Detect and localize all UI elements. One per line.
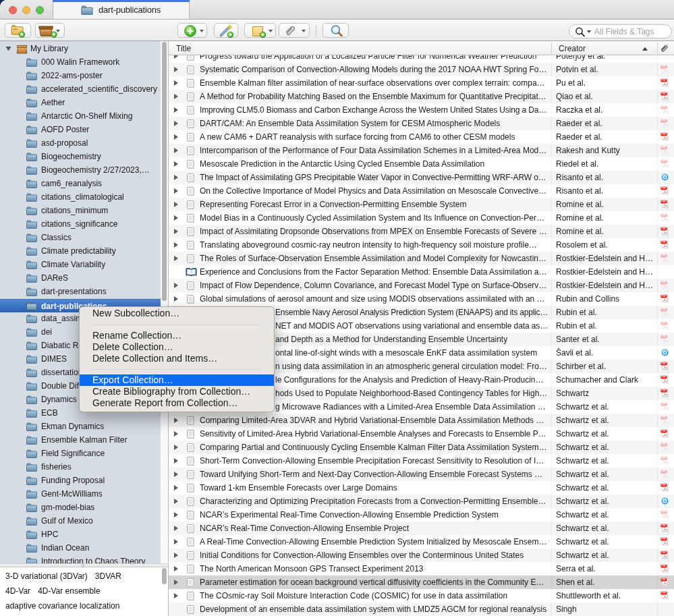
svg-text:PDF: PDF: [662, 551, 667, 554]
svg-text:PDF: PDF: [662, 511, 667, 513]
svg-text:PDF: PDF: [662, 389, 667, 392]
svg-text:PDF: PDF: [662, 295, 667, 298]
svg-text:PDF: PDF: [662, 106, 667, 109]
svg-text:PDF: PDF: [662, 457, 667, 459]
svg-text:PDF: PDF: [662, 92, 667, 95]
svg-text:PDF: PDF: [662, 241, 667, 244]
svg-text:PDF: PDF: [662, 362, 667, 365]
svg-text:PDF: PDF: [662, 524, 667, 527]
svg-text:PDF: PDF: [662, 214, 667, 217]
svg-text:PDF: PDF: [662, 484, 667, 486]
svg-text:PDF: PDF: [662, 187, 667, 190]
svg-text:PDF: PDF: [662, 281, 667, 284]
svg-text:PDF: PDF: [662, 160, 667, 163]
svg-text:PDF: PDF: [662, 578, 667, 581]
svg-text:PDF: PDF: [662, 565, 667, 567]
svg-text:PDF: PDF: [662, 335, 667, 338]
svg-text:PDF: PDF: [662, 227, 667, 230]
svg-text:PDF: PDF: [662, 308, 667, 311]
svg-text:PDF: PDF: [662, 376, 667, 379]
svg-text:PDF: PDF: [662, 470, 667, 473]
svg-text:PDF: PDF: [662, 133, 667, 136]
svg-text:PDF: PDF: [662, 403, 667, 405]
svg-text:PDF: PDF: [662, 443, 667, 446]
svg-text:PDF: PDF: [662, 119, 667, 122]
svg-text:PDF: PDF: [662, 322, 667, 325]
svg-text:PDF: PDF: [662, 592, 667, 594]
svg-text:PDF: PDF: [662, 416, 667, 419]
svg-text:PDF: PDF: [662, 254, 667, 257]
svg-text:PDF: PDF: [662, 79, 667, 82]
svg-text:PDF: PDF: [662, 65, 667, 68]
svg-text:PDF: PDF: [662, 430, 667, 432]
svg-text:PDF: PDF: [662, 200, 667, 203]
svg-text:PDF: PDF: [662, 538, 667, 540]
svg-text:PDF: PDF: [662, 146, 667, 149]
